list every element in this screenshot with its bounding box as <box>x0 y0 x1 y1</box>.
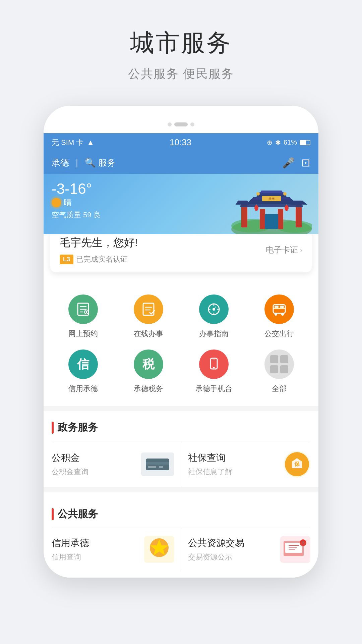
service-item-mobile[interactable]: 承德手机台 <box>181 344 246 399</box>
service-item-all[interactable]: 全部 <box>246 344 312 399</box>
badge-text: 已完成实名认证 <box>76 254 128 264</box>
battery-text: 61% <box>284 139 297 146</box>
sb-info: 社保查询 社保信息了解 <box>188 451 232 477</box>
grid-dots <box>269 354 290 375</box>
page-subtitle: 公共服务 便民服务 <box>0 66 362 82</box>
svg-point-20 <box>254 205 258 211</box>
carrier-text: 无 SIM 卡 <box>52 138 83 148</box>
svg-rect-50 <box>213 360 215 360</box>
weather-banner: -3-16° 晴 空气质量 59 良 <box>44 174 318 234</box>
tax-icon: 税 <box>134 350 163 379</box>
dot-2-active <box>174 122 188 126</box>
service-item-guide[interactable]: 办事指南 <box>181 289 246 344</box>
service-item-tax[interactable]: 税 承德税务 <box>116 344 181 399</box>
svg-rect-44 <box>280 306 284 308</box>
svg-marker-9 <box>260 191 283 193</box>
pub-exchange-info: 公共资源交易 交易资源公示 <box>188 537 244 562</box>
svg-point-10 <box>256 192 260 196</box>
pub-section-header: 公共服务 <box>52 498 310 528</box>
gov-section-header: 政务服务 <box>52 411 310 441</box>
nav-search[interactable]: 🔍 服务 <box>85 157 116 169</box>
pub-item-exchange[interactable]: 公共资源交易 交易资源公示 ! <box>181 528 311 571</box>
status-left: 无 SIM 卡 ▲ <box>52 138 94 148</box>
battery-icon <box>300 140 310 145</box>
svg-text:承德: 承德 <box>268 197 275 201</box>
pub-credit-subtitle: 信用查询 <box>52 552 89 562</box>
nav-divider: | <box>76 158 78 168</box>
svg-rect-4 <box>296 204 302 227</box>
status-bar: 无 SIM 卡 ▲ 10:33 ⊕ ✱ 61% <box>44 133 318 152</box>
svg-point-11 <box>283 192 287 196</box>
bluetooth-icon: ✱ <box>275 139 281 147</box>
svg-text:!: ! <box>302 540 304 545</box>
grid-dot-4 <box>280 365 288 373</box>
pub-exchange-title: 公共资源交易 <box>188 537 244 549</box>
nav-search-label: 服务 <box>98 157 116 169</box>
svg-rect-54 <box>159 466 163 468</box>
service-label-tax: 承德税务 <box>134 384 163 394</box>
service-item-online[interactable]: 在线办事 <box>116 289 181 344</box>
service-label-online: 在线办事 <box>134 329 163 339</box>
badge-level: L3 <box>60 255 73 264</box>
svg-rect-6 <box>278 209 283 229</box>
svg-rect-3 <box>241 204 247 227</box>
gov-services-section: 政务服务 公积金 公积金查询 <box>44 411 318 487</box>
grid-dot-2 <box>280 355 288 363</box>
pub-credit-title: 信用承德 <box>52 537 89 549</box>
service-label-booking: 网上预约 <box>68 329 98 339</box>
user-greeting: 毛宇先生，您好! <box>60 235 138 250</box>
ecard-label: 电子卡证 <box>266 245 298 255</box>
search-icon: 🔍 <box>85 158 96 168</box>
svg-rect-15 <box>265 214 278 229</box>
temp-text: -3-16° <box>52 180 92 197</box>
grid-dot-1 <box>270 355 278 363</box>
pub-item-credit[interactable]: 信用承德 信用查询 <box>52 528 181 571</box>
gjj-icon <box>141 452 174 476</box>
gov-item-sb[interactable]: 社保查询 社保信息了解 保 <box>181 441 311 487</box>
online-icon <box>134 294 163 324</box>
scan-icon[interactable]: ⊡ <box>301 156 310 169</box>
service-label-bus: 公交出行 <box>264 329 294 339</box>
sun-icon <box>52 198 61 207</box>
dots-row <box>44 119 318 133</box>
ecard-link[interactable]: 电子卡证 › <box>266 245 302 255</box>
pub-exchange-subtitle: 交易资源公示 <box>188 552 244 562</box>
gjj-info: 公积金 公积金查询 <box>52 451 88 477</box>
service-label-guide: 办事指南 <box>199 329 229 339</box>
all-icon <box>264 350 294 379</box>
mic-icon[interactable]: 🎤 <box>282 157 295 169</box>
wifi-icon: ▲ <box>87 138 94 147</box>
service-item-bus[interactable]: 公交出行 <box>246 289 312 344</box>
user-info: 毛宇先生，您好! L3 已完成实名认证 <box>60 235 138 264</box>
chevron-icon: › <box>300 246 302 254</box>
page-header: 城市服务 公共服务 便民服务 <box>0 0 362 96</box>
condition-text: 晴 <box>64 197 72 208</box>
gov-item-gjj[interactable]: 公积金 公积金查询 <box>52 441 181 487</box>
nav-city[interactable]: 承德 <box>52 157 69 169</box>
credit-icon: 信 <box>68 350 98 379</box>
status-right: ⊕ ✱ 61% <box>267 139 310 147</box>
service-item-credit[interactable]: 信 信用承德 <box>50 344 116 399</box>
sb-title: 社保查询 <box>188 451 232 464</box>
bus-icon <box>264 294 294 324</box>
svg-rect-5 <box>260 209 265 229</box>
public-services-section: 公共服务 信用承德 信用查询 <box>44 498 318 578</box>
service-item-booking[interactable]: 网上预约 <box>50 289 116 344</box>
gov-section-indicator <box>52 422 54 434</box>
grid-dot-3 <box>270 365 278 373</box>
pub-service-list: 信用承德 信用查询 公共资源交易 交易资源公示 <box>52 528 310 571</box>
service-label-mobile: 承德手机台 <box>195 384 232 394</box>
sb-subtitle: 社保信息了解 <box>188 467 232 477</box>
booking-icon <box>68 294 98 324</box>
user-card: 毛宇先生，您好! L3 已完成实名认证 电子卡证 › <box>50 227 312 272</box>
svg-rect-52 <box>146 462 169 465</box>
svg-marker-16 <box>236 201 250 205</box>
separator-1 <box>44 406 318 411</box>
svg-rect-43 <box>275 306 279 308</box>
status-time: 10:33 <box>170 137 191 148</box>
nav-icons: 🎤 ⊡ <box>282 156 310 169</box>
guide-icon <box>199 294 229 324</box>
separator-2 <box>44 487 318 492</box>
pub-credit-icon <box>144 536 174 563</box>
dot-1 <box>168 122 172 126</box>
